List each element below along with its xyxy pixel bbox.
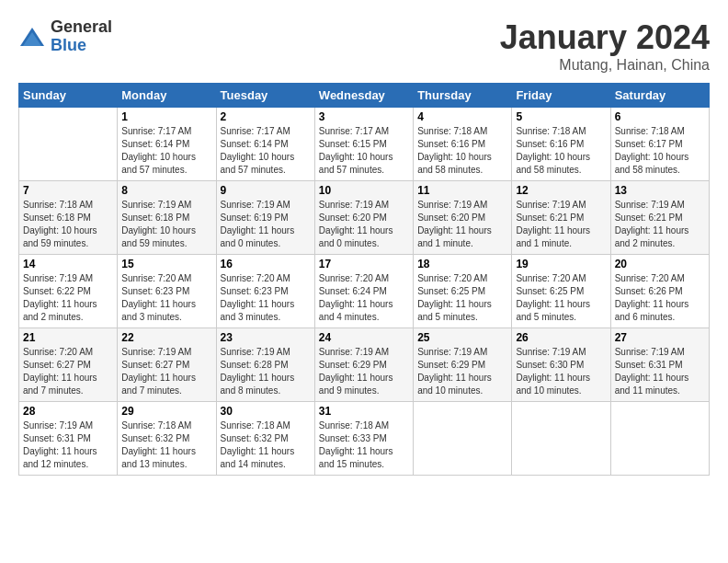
week-row-5: 28Sunrise: 7:19 AM Sunset: 6:31 PM Dayli… [19,402,710,476]
day-cell-26: 26Sunrise: 7:19 AM Sunset: 6:30 PM Dayli… [512,328,610,402]
day-number: 18 [417,258,507,270]
day-cell-3: 3Sunrise: 7:17 AM Sunset: 6:15 PM Daylig… [314,108,413,181]
day-cell-7: 7Sunrise: 7:18 AM Sunset: 6:18 PM Daylig… [19,181,118,255]
day-cell-8: 8Sunrise: 7:19 AM Sunset: 6:18 PM Daylig… [118,181,216,255]
day-number: 23 [221,331,311,344]
day-cell-13: 13Sunrise: 7:19 AM Sunset: 6:21 PM Dayli… [610,181,709,255]
day-number: 26 [516,331,606,344]
day-info: Sunrise: 7:18 AM Sunset: 6:17 PM Dayligh… [615,125,705,177]
column-header-tuesday: Tuesday [216,84,314,108]
day-number: 8 [121,184,211,197]
day-number: 17 [319,258,409,270]
day-info: Sunrise: 7:19 AM Sunset: 6:19 PM Dayligh… [221,199,311,250]
day-info: Sunrise: 7:20 AM Sunset: 6:27 PM Dayligh… [23,346,113,397]
day-info: Sunrise: 7:19 AM Sunset: 6:20 PM Dayligh… [417,199,507,250]
day-cell-10: 10Sunrise: 7:19 AM Sunset: 6:20 PM Dayli… [314,181,413,255]
day-number: 31 [319,405,409,418]
day-info: Sunrise: 7:19 AM Sunset: 6:20 PM Dayligh… [319,199,409,250]
day-number: 13 [615,184,705,197]
week-row-3: 14Sunrise: 7:19 AM Sunset: 6:22 PM Dayli… [19,255,710,328]
day-number: 11 [417,184,507,197]
day-cell-27: 27Sunrise: 7:19 AM Sunset: 6:31 PM Dayli… [610,328,709,402]
day-cell-30: 30Sunrise: 7:18 AM Sunset: 6:32 PM Dayli… [216,402,314,476]
empty-cell [414,402,512,476]
day-number: 12 [516,184,606,197]
day-info: Sunrise: 7:19 AM Sunset: 6:29 PM Dayligh… [319,346,409,397]
logo-text: General Blue [51,18,112,55]
day-cell-15: 15Sunrise: 7:20 AM Sunset: 6:23 PM Dayli… [118,255,216,328]
day-info: Sunrise: 7:18 AM Sunset: 6:32 PM Dayligh… [121,419,211,471]
day-info: Sunrise: 7:18 AM Sunset: 6:16 PM Dayligh… [516,125,606,177]
day-number: 25 [417,331,507,344]
day-info: Sunrise: 7:19 AM Sunset: 6:31 PM Dayligh… [615,346,705,397]
empty-cell [610,402,709,476]
page: General Blue January 2024 Mutang, Hainan… [0,0,728,563]
day-cell-14: 14Sunrise: 7:19 AM Sunset: 6:22 PM Dayli… [19,255,118,328]
day-number: 24 [319,331,409,344]
day-cell-20: 20Sunrise: 7:20 AM Sunset: 6:26 PM Dayli… [610,255,709,328]
calendar-table: SundayMondayTuesdayWednesdayThursdayFrid… [18,83,710,476]
day-info: Sunrise: 7:18 AM Sunset: 6:33 PM Dayligh… [319,419,409,471]
week-row-1: 1Sunrise: 7:17 AM Sunset: 6:14 PM Daylig… [19,108,710,181]
day-cell-22: 22Sunrise: 7:19 AM Sunset: 6:27 PM Dayli… [118,328,216,402]
day-info: Sunrise: 7:19 AM Sunset: 6:30 PM Dayligh… [516,346,606,397]
logo-icon [18,23,46,51]
column-header-wednesday: Wednesday [314,84,413,108]
day-info: Sunrise: 7:19 AM Sunset: 6:18 PM Dayligh… [121,199,211,250]
day-info: Sunrise: 7:17 AM Sunset: 6:15 PM Dayligh… [319,125,409,177]
day-cell-29: 29Sunrise: 7:18 AM Sunset: 6:32 PM Dayli… [118,402,216,476]
day-number: 15 [121,258,211,270]
day-cell-4: 4Sunrise: 7:18 AM Sunset: 6:16 PM Daylig… [414,108,512,181]
logo-blue: Blue [51,37,112,55]
day-number: 4 [417,110,507,123]
day-cell-1: 1Sunrise: 7:17 AM Sunset: 6:14 PM Daylig… [118,108,216,181]
logo-general: General [51,18,112,37]
day-number: 9 [221,184,311,197]
day-cell-31: 31Sunrise: 7:18 AM Sunset: 6:33 PM Dayli… [314,402,413,476]
day-cell-6: 6Sunrise: 7:18 AM Sunset: 6:17 PM Daylig… [610,108,709,181]
day-cell-16: 16Sunrise: 7:20 AM Sunset: 6:23 PM Dayli… [216,255,314,328]
day-cell-11: 11Sunrise: 7:19 AM Sunset: 6:20 PM Dayli… [414,181,512,255]
day-cell-5: 5Sunrise: 7:18 AM Sunset: 6:16 PM Daylig… [512,108,610,181]
day-info: Sunrise: 7:20 AM Sunset: 6:25 PM Dayligh… [516,272,606,324]
day-info: Sunrise: 7:20 AM Sunset: 6:25 PM Dayligh… [417,272,507,324]
day-info: Sunrise: 7:18 AM Sunset: 6:16 PM Dayligh… [417,125,507,177]
day-cell-23: 23Sunrise: 7:19 AM Sunset: 6:28 PM Dayli… [216,328,314,402]
day-info: Sunrise: 7:18 AM Sunset: 6:18 PM Dayligh… [23,199,113,250]
week-row-2: 7Sunrise: 7:18 AM Sunset: 6:18 PM Daylig… [19,181,710,255]
day-info: Sunrise: 7:19 AM Sunset: 6:22 PM Dayligh… [23,272,113,324]
day-cell-9: 9Sunrise: 7:19 AM Sunset: 6:19 PM Daylig… [216,181,314,255]
day-number: 27 [615,331,705,344]
day-info: Sunrise: 7:19 AM Sunset: 6:31 PM Dayligh… [23,419,113,471]
column-header-friday: Friday [512,84,610,108]
day-info: Sunrise: 7:18 AM Sunset: 6:32 PM Dayligh… [221,419,311,471]
day-cell-17: 17Sunrise: 7:20 AM Sunset: 6:24 PM Dayli… [314,255,413,328]
day-cell-12: 12Sunrise: 7:19 AM Sunset: 6:21 PM Dayli… [512,181,610,255]
day-cell-19: 19Sunrise: 7:20 AM Sunset: 6:25 PM Dayli… [512,255,610,328]
day-number: 19 [516,258,606,270]
day-info: Sunrise: 7:20 AM Sunset: 6:24 PM Dayligh… [319,272,409,324]
day-info: Sunrise: 7:19 AM Sunset: 6:21 PM Dayligh… [615,199,705,250]
day-cell-25: 25Sunrise: 7:19 AM Sunset: 6:29 PM Dayli… [414,328,512,402]
day-info: Sunrise: 7:17 AM Sunset: 6:14 PM Dayligh… [221,125,311,177]
calendar-subtitle: Mutang, Hainan, China [500,57,710,74]
column-header-saturday: Saturday [610,84,709,108]
day-cell-18: 18Sunrise: 7:20 AM Sunset: 6:25 PM Dayli… [414,255,512,328]
day-number: 21 [23,331,113,344]
day-info: Sunrise: 7:20 AM Sunset: 6:26 PM Dayligh… [615,272,705,324]
header: General Blue January 2024 Mutang, Hainan… [18,18,710,74]
title-block: January 2024 Mutang, Hainan, China [500,18,710,74]
day-number: 20 [615,258,705,270]
day-info: Sunrise: 7:19 AM Sunset: 6:28 PM Dayligh… [221,346,311,397]
empty-cell [512,402,610,476]
logo: General Blue [18,18,112,55]
day-number: 30 [221,405,311,418]
day-number: 3 [319,110,409,123]
empty-cell [19,108,118,181]
day-number: 29 [121,405,211,418]
day-cell-24: 24Sunrise: 7:19 AM Sunset: 6:29 PM Dayli… [314,328,413,402]
day-info: Sunrise: 7:19 AM Sunset: 6:21 PM Dayligh… [516,199,606,250]
day-number: 14 [23,258,113,270]
day-cell-21: 21Sunrise: 7:20 AM Sunset: 6:27 PM Dayli… [19,328,118,402]
day-info: Sunrise: 7:20 AM Sunset: 6:23 PM Dayligh… [221,272,311,324]
